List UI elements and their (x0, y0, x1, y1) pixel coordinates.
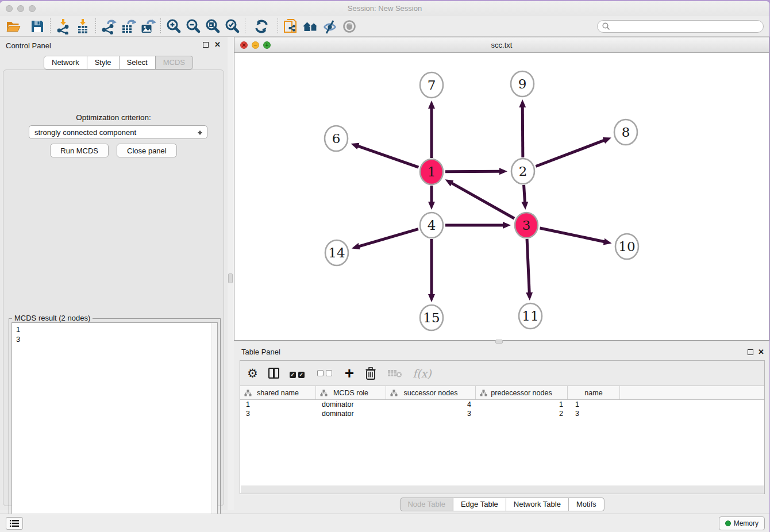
show-eye-button[interactable] (340, 18, 359, 35)
delete-table-button (387, 365, 402, 382)
zoom-selected-button[interactable] (222, 18, 242, 35)
network-view-window: ✕ − + scc.txt 1234678910111415 (234, 37, 769, 341)
graph-edge-2-9[interactable] (522, 107, 523, 157)
application-window: Session: New Session (0, 1, 769, 532)
graph-edge-4-14[interactable] (359, 229, 418, 246)
copy-network-button[interactable] (281, 18, 301, 35)
hide-selected-button[interactable] (320, 18, 340, 35)
column-header-predecessor-nodes[interactable]: predecessor nodes (476, 386, 568, 399)
column-label: name (584, 389, 602, 397)
eye-disabled-icon (341, 18, 357, 34)
svg-text:10: 10 (618, 239, 635, 254)
graph-edge-2-8[interactable] (536, 140, 604, 166)
trash-icon (364, 367, 377, 380)
float-panel-icon[interactable] (203, 42, 209, 48)
toolbar-separator (278, 18, 278, 34)
float-panel-icon[interactable] (748, 349, 753, 355)
mcds-panel-body: Optimization criterion: strongly connect… (3, 70, 224, 506)
task-history-button[interactable] (6, 517, 23, 530)
show-columns-button[interactable] (268, 365, 279, 382)
run-mcds-button[interactable]: Run MCDS (50, 144, 109, 157)
deselect-all-button[interactable] (317, 365, 334, 382)
tab-network-table[interactable]: Network Table (506, 498, 569, 511)
select-all-button[interactable]: ✓✓ (290, 365, 307, 382)
import-network-button[interactable] (53, 18, 73, 35)
table-settings-button[interactable]: ⚙ (247, 365, 258, 382)
column-label: MCDS role (333, 389, 368, 397)
graph-edge-3-11[interactable] (527, 239, 529, 293)
tab-edge-table[interactable]: Edge Table (453, 498, 506, 511)
export-table-button[interactable] (118, 18, 138, 35)
graph-node-10[interactable]: 10 (615, 234, 638, 259)
divider-grip[interactable] (495, 340, 503, 344)
close-panel-button[interactable]: Close panel (117, 144, 177, 157)
mcds-buttons: Run MCDS Close panel (3, 144, 224, 157)
export-image-button[interactable] (138, 18, 157, 35)
tab-network[interactable]: Network (44, 56, 87, 70)
tab-motifs[interactable]: Motifs (569, 498, 605, 511)
graph-edge-2-3[interactable] (524, 185, 525, 202)
home-layout-button[interactable] (301, 18, 320, 35)
column-label: shared name (257, 389, 299, 397)
table-footer-strip (241, 485, 764, 493)
graph-node-4[interactable]: 4 (420, 213, 443, 238)
svg-text:14: 14 (328, 245, 345, 260)
table-row[interactable]: 3 dominator 3 2 3 (240, 409, 764, 418)
refresh-view-button[interactable] (252, 18, 271, 35)
graph-edge-1-2[interactable] (445, 171, 500, 172)
gear-icon: ⚙ (247, 367, 258, 380)
add-column-button[interactable]: + (345, 365, 354, 382)
copy-network-icon (283, 18, 299, 34)
graph-node-7[interactable]: 7 (420, 72, 443, 98)
column-header-successor-nodes[interactable]: successor nodes (386, 386, 476, 399)
graph-node-8[interactable]: 8 (614, 119, 637, 145)
import-table-button[interactable] (73, 18, 93, 35)
delete-column-button[interactable] (364, 365, 377, 382)
table-row[interactable]: 1 dominator 4 1 1 (240, 400, 764, 409)
tab-mcds[interactable]: MCDS (156, 56, 193, 70)
vertical-split-divider[interactable] (228, 37, 234, 510)
graph-node-2[interactable]: 2 (511, 159, 534, 184)
result-scrollbar[interactable] (211, 323, 217, 532)
graph-edge-3-10[interactable] (540, 228, 604, 242)
divider-grip[interactable] (228, 273, 233, 283)
close-panel-icon[interactable]: ✕ (758, 348, 764, 356)
graph-edge-3-1[interactable] (452, 183, 514, 219)
zoom-fit-button[interactable] (203, 18, 222, 35)
graph-node-3[interactable]: 3 (515, 213, 538, 238)
tab-node-table[interactable]: Node Table (399, 498, 453, 511)
svg-text:4: 4 (428, 218, 436, 233)
graph-node-9[interactable]: 9 (511, 71, 534, 97)
graph-node-1[interactable]: 1 (420, 159, 443, 184)
export-network-button[interactable] (99, 18, 118, 35)
right-column: ✕ − + scc.txt 1234678910111415 (234, 37, 769, 510)
graph-node-14[interactable]: 14 (325, 240, 348, 265)
column-label: successor nodes (404, 389, 458, 397)
optimization-criterion-label: Optimization criterion: (3, 113, 224, 122)
tab-style[interactable]: Style (87, 56, 120, 70)
mcds-result-text[interactable]: 1 3 (11, 322, 218, 532)
graph-node-11[interactable]: 11 (519, 303, 542, 329)
mcds-result-group: MCDS result (2 nodes) 1 3 (9, 318, 221, 532)
close-panel-icon[interactable]: ✕ (214, 40, 221, 49)
graph-edge-1-6[interactable] (358, 146, 419, 167)
network-canvas[interactable]: 1234678910111415 (234, 53, 769, 340)
column-header-mcds-role[interactable]: MCDS role (316, 386, 386, 399)
zoom-in-button[interactable] (164, 18, 183, 35)
tab-select[interactable]: Select (120, 56, 156, 70)
edge-layer (358, 107, 605, 295)
column-header-shared-name[interactable]: shared name (240, 386, 316, 399)
search-input[interactable] (597, 20, 764, 33)
zoom-out-button[interactable] (183, 18, 203, 35)
save-session-button[interactable] (28, 18, 47, 35)
graph-node-15[interactable]: 15 (420, 305, 443, 330)
mcds-result-title: MCDS result (2 nodes) (12, 314, 93, 322)
memory-button[interactable]: Memory (719, 516, 765, 530)
cell-predecessor-nodes: 1 (476, 400, 568, 409)
graph-node-6[interactable]: 6 (325, 126, 348, 151)
optimization-criterion-select[interactable]: strongly connected component (29, 125, 207, 139)
open-session-button[interactable] (3, 18, 23, 35)
svg-text:6: 6 (332, 131, 341, 146)
column-header-name[interactable]: name (568, 386, 620, 399)
plus-icon: + (345, 365, 354, 381)
